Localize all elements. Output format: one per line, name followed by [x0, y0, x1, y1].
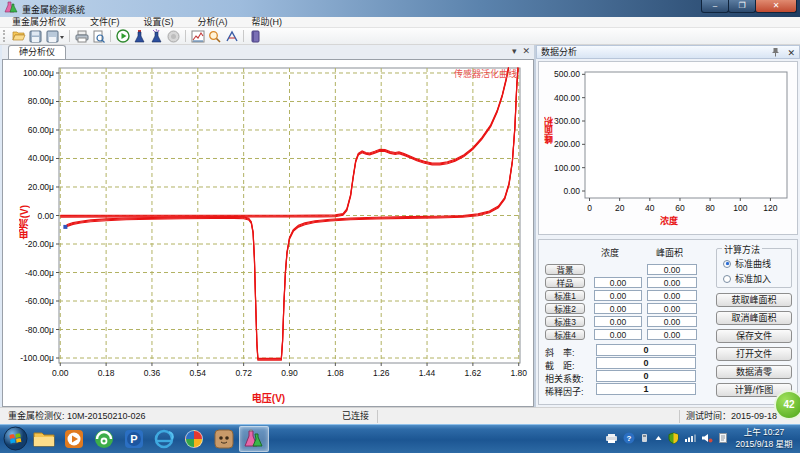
correlation-value[interactable]: 0 — [596, 370, 696, 382]
taskbar-clock[interactable]: 上午 10:27 2015/9/18 星期五 — [732, 426, 796, 453]
radio-standard-addition[interactable]: 标准加入 — [723, 272, 771, 285]
voltammogram-chart[interactable]: 0.000.180.360.540.720.901.081.261.441.62… — [2, 59, 534, 407]
explorer-icon[interactable] — [29, 426, 59, 452]
status-spacer — [378, 410, 680, 423]
clock-date: 2015/9/18 星期五 — [732, 438, 796, 453]
volume-icon[interactable] — [701, 433, 713, 443]
voltammogram-plot[interactable]: 0.000.180.360.540.720.901.081.261.441.62… — [3, 60, 533, 406]
menu-file[interactable]: 文件(F) — [78, 17, 132, 28]
printer-tray-icon[interactable] — [605, 433, 618, 444]
radio-label: 标准加入 — [735, 272, 771, 285]
pin-icon[interactable] — [771, 47, 780, 57]
network-icon[interactable] — [684, 433, 696, 443]
stop-icon[interactable] — [165, 29, 182, 44]
clear-data-button[interactable]: 数据清零 — [716, 365, 792, 379]
sample-conc-field[interactable]: 0.00 — [594, 277, 642, 288]
notes-tray-icon[interactable] — [718, 432, 728, 444]
panel-title: 数据分析 — [541, 47, 577, 57]
background-area-field[interactable]: 0.00 — [647, 264, 697, 275]
tab-list-dropdown-icon[interactable]: ▾ — [512, 46, 517, 56]
standard4-row-button[interactable]: 标准4 — [545, 329, 585, 340]
sensor-activation-annotation: 传感器活化曲线 — [454, 67, 517, 80]
peak-area-column-header: 峰面积 — [656, 246, 683, 259]
panel-header[interactable]: 数据分析 ✕ — [536, 45, 800, 59]
menu-settings[interactable]: 设置(S) — [132, 17, 186, 28]
standard1-area-field[interactable]: 0.00 — [647, 290, 697, 301]
standard4-area-field[interactable]: 0.00 — [647, 329, 697, 340]
save-file-button[interactable]: 保存文件 — [716, 329, 792, 343]
svg-text:P: P — [130, 433, 137, 445]
svg-text:300.00: 300.00 — [554, 116, 580, 126]
maximize-button[interactable]: ❐ — [728, 0, 756, 13]
dilution-factor-value[interactable]: 1 — [596, 383, 696, 395]
radio-dot-selected — [723, 260, 731, 268]
background-row-button[interactable]: 背景 — [545, 264, 585, 275]
wangwang-icon[interactable] — [209, 426, 239, 452]
sample-flask-icon[interactable] — [131, 29, 148, 44]
standard-flask-icon[interactable] — [148, 29, 165, 44]
standard2-area-field[interactable]: 0.00 — [647, 303, 697, 314]
get-peak-area-button[interactable]: 获取峰面积 — [716, 293, 792, 307]
open-file-icon[interactable] — [10, 29, 27, 44]
correlation-label: 相关系数: — [545, 372, 584, 385]
browser-green-icon[interactable] — [89, 426, 119, 452]
standard1-row-button[interactable]: 标准1 — [545, 290, 585, 301]
slope-value[interactable]: 0 — [596, 344, 696, 356]
close-button[interactable]: ✕ — [755, 0, 797, 13]
standard2-conc-field[interactable]: 0.00 — [594, 303, 642, 314]
pinwheel-icon[interactable] — [179, 426, 209, 452]
start-button[interactable] — [2, 425, 29, 452]
standard2-row-button[interactable]: 标准2 — [545, 303, 585, 314]
print-preview-icon[interactable] — [90, 29, 107, 44]
menu-analysis[interactable]: 分析(A) — [186, 17, 240, 28]
hidden-icons-arrow[interactable] — [654, 434, 663, 442]
internet-explorer-icon[interactable] — [149, 426, 179, 452]
standard3-conc-field[interactable]: 0.00 — [594, 316, 642, 327]
start-run-icon[interactable] — [114, 29, 131, 44]
svg-text:80: 80 — [705, 203, 715, 213]
connection-status-text: 已连接 — [342, 410, 369, 423]
cancel-peak-area-button[interactable]: 取消峰面积 — [716, 311, 792, 325]
svg-text:0.00: 0.00 — [563, 186, 580, 196]
sample-row-button[interactable]: 样品 — [545, 277, 585, 288]
app-window: 重金属检测系统 – ❐ ✕ 重金属分析仪 文件(F) 设置(S) 分析(A) 帮… — [0, 0, 800, 453]
open-file-button[interactable]: 打开文件 — [716, 347, 792, 361]
tab-arsenic-analyzer[interactable]: 砷分析仪 — [8, 45, 66, 59]
minimize-button[interactable]: – — [701, 0, 729, 13]
radio-standard-curve[interactable]: 标准曲线 — [723, 257, 771, 270]
standard4-conc-field[interactable]: 0.00 — [594, 329, 642, 340]
app-p-icon[interactable]: P — [119, 426, 149, 452]
print-icon[interactable] — [73, 29, 90, 44]
save-icon[interactable] — [27, 29, 44, 44]
security-shield-icon[interactable] — [668, 432, 679, 444]
tab-strip: 砷分析仪 ▾ ✕ — [2, 45, 534, 59]
help-tray-icon[interactable]: ? — [623, 432, 635, 444]
system-tray: ? — [605, 428, 728, 448]
zoom-icon[interactable] — [206, 29, 223, 44]
speedup-ball-badge[interactable]: 42 — [774, 390, 800, 420]
standard1-conc-field[interactable]: 0.00 — [594, 290, 642, 301]
standard3-area-field[interactable]: 0.00 — [647, 316, 697, 327]
media-player-icon[interactable] — [59, 426, 89, 452]
save-as-icon[interactable] — [44, 29, 66, 44]
analyzer-app-taskbar-icon[interactable] — [239, 426, 269, 452]
calibration-chart[interactable]: 020406080100120500.00400.00300.00200.001… — [538, 61, 798, 235]
panel-close-icon[interactable]: ✕ — [787, 47, 795, 59]
intercept-value[interactable]: 0 — [596, 357, 696, 369]
calibration-plot[interactable]: 020406080100120500.00400.00300.00200.001… — [539, 62, 797, 234]
tab-close-icon[interactable]: ✕ — [522, 46, 530, 56]
menu-help[interactable]: 帮助(H) — [240, 17, 295, 28]
svg-text:20.00μ: 20.00μ — [28, 182, 54, 192]
sample-area-field[interactable]: 0.00 — [647, 277, 697, 288]
toolbar-separator — [185, 30, 186, 42]
standard3-row-button[interactable]: 标准3 — [545, 316, 585, 327]
curve-chart-icon[interactable] — [189, 29, 206, 44]
report-icon[interactable] — [247, 29, 264, 44]
svg-text:40.00μ: 40.00μ — [28, 153, 54, 163]
toolbar-separator — [110, 30, 111, 42]
svg-text:0.36: 0.36 — [144, 368, 161, 378]
peak-analysis-icon[interactable] — [223, 29, 240, 44]
usb-tray-icon[interactable] — [640, 433, 649, 443]
menu-analyzer[interactable]: 重金属分析仪 — [0, 17, 78, 28]
svg-text:-20.00μ: -20.00μ — [25, 239, 54, 249]
